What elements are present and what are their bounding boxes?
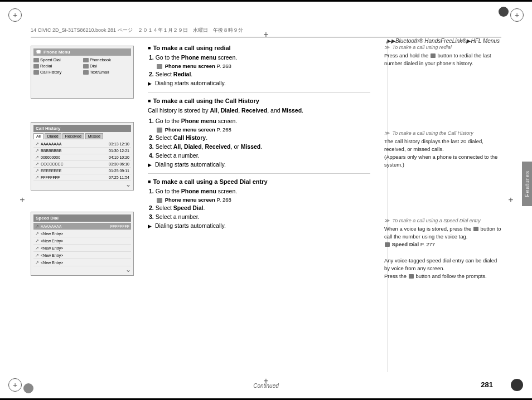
note-ch-header: To make a call using the Call History (384, 130, 501, 136)
section-call-history: To make a call using the Call History Ca… (148, 97, 370, 169)
divider-2 (148, 173, 370, 174)
text-email-icon (83, 70, 89, 75)
note-ch-body: The call history displays the last 20 di… (384, 138, 501, 169)
corner-decoration-br (509, 377, 525, 393)
compass-tr (510, 8, 524, 22)
sd-icon-3: ↗ (35, 238, 39, 243)
step-ch-2: 2. Select Call History. (149, 134, 370, 143)
note-spacer-1 (384, 76, 501, 126)
sd-icon-6: ↗ (35, 260, 39, 265)
step-redial-1: 1. Go to the Phone menu screen. (149, 53, 370, 62)
note-sd-header: To make a call using a Speed Dial entry (384, 218, 501, 223)
circle-tr2 (499, 7, 509, 17)
ch-icon-1: ↗ (35, 142, 39, 147)
features-tab-label: Features (524, 170, 530, 197)
circle-br (511, 379, 523, 391)
step-sd-1: 1. Go to the Phone menu screen. (149, 187, 370, 196)
call-history-titlebar: Call History (33, 125, 131, 132)
sd-row-6: ↗<New Entry> (33, 259, 131, 266)
section-speed-dial: To make a call using a Speed Dial entry … (148, 178, 370, 230)
corner-decoration-tl (7, 7, 23, 23)
speed-dial-icon (33, 58, 39, 62)
screen-mockups: ☎ Phone Menu Speed Dial Phonebook Redial (31, 40, 139, 372)
sd-icon-4: ↗ (35, 246, 39, 251)
sd-row-5: ↗<New Entry> (33, 252, 131, 259)
corner-decoration-tr (509, 7, 525, 23)
crosshair-right (505, 194, 516, 206)
phone-menu-title: Phone Menu (43, 50, 70, 55)
notes-column: To make a call using redial Press and ho… (379, 40, 501, 372)
step-redial-2: 2. Select Redial. (149, 70, 370, 79)
call-history-tabs: All Dialed Received Missed (33, 133, 131, 139)
note-redial-header: To make a call using redial (384, 45, 501, 50)
note-redial: To make a call using redial Press and ho… (384, 45, 501, 68)
section-ch-title: To make a call using the Call History (148, 97, 370, 104)
step-sd-1-ref: Phone menu screen P. 268 (148, 196, 370, 204)
step-sd-arrow: Dialing starts automatically. (148, 222, 370, 231)
phonebook-item: Phonebook (83, 57, 131, 62)
step-ch-arrow: Dialing starts automatically. (148, 160, 370, 169)
phone-menu-icon: ☎ (36, 50, 41, 55)
sd-icon-5: ↗ (35, 253, 39, 258)
button-icon-voice (473, 227, 478, 231)
ch-row-6: ↗FFFFFFFF 07:25 11:54 (33, 174, 131, 181)
call-history-screen: Call History All Dialed Received Missed … (31, 122, 134, 191)
phone-menu-row1: Speed Dial Phonebook (33, 57, 131, 62)
section-ch-intro: Call history is stored by All, Dialed, R… (148, 106, 370, 115)
tab-received: Received (62, 133, 84, 139)
divider-1 (148, 92, 370, 93)
main-content: ☎ Phone Menu Speed Dial Phonebook Redial (31, 40, 501, 372)
text-email-item: Text/Email (83, 70, 131, 75)
scroll-indicator-ch: ⌄ (33, 181, 131, 188)
ch-row-3: ↗000000000 04:10 10:20 (33, 154, 131, 161)
header-divider (31, 37, 501, 37)
sd-icon-2: ↗ (35, 231, 39, 236)
file-info: 14 CIVIC 2D_SI-31TS86210.book 281 ページ ２０… (31, 27, 501, 34)
continued-label: Continued (253, 383, 279, 389)
speed-dial-titlebar: Speed Dial (33, 214, 131, 222)
tab-missed: Missed (85, 133, 103, 139)
ch-icon-6: ↗ (35, 175, 39, 180)
speed-dial-item: Speed Dial (33, 57, 81, 62)
step-sd-3: 3. Select a number. (149, 213, 370, 222)
sd-row-4: ↗<New Entry> (33, 245, 131, 252)
button-icon-redial (431, 53, 436, 58)
sd-row-3: ↗<New Entry> (33, 237, 131, 245)
ch-row-5: ↗EEEEEEEE 01:25 09:11 (33, 168, 131, 174)
ch-icon-5: ↗ (35, 168, 39, 173)
section-redial-title: To make a call using redial (148, 45, 370, 51)
ch-row-1: ↗AAAAAAAA 03:13 12:10 (33, 141, 131, 148)
step-sd-2: 2. Select Speed Dial. (149, 204, 370, 213)
phonebook-icon (83, 58, 89, 62)
instructions-column: To make a call using redial 1. Go to the… (139, 40, 379, 372)
circle-bl2 (23, 383, 33, 393)
ref-icon-sd (385, 242, 390, 247)
ch-row-4: ↗CCCCCCCC 03:30 06:10 (33, 161, 131, 168)
ref-icon-1 (157, 64, 162, 69)
phone-menu-screen: ☎ Phone Menu Speed Dial Phonebook Redial (31, 46, 134, 99)
ref-icon-2 (157, 128, 162, 133)
sd-row-1: ↗AAAAAAAA FFFFFFFF (33, 223, 131, 230)
redial-icon (33, 64, 39, 69)
crosshair-left (17, 194, 28, 206)
sd-icon-1: ↗ (35, 224, 39, 229)
dial-item: Dial (83, 64, 131, 69)
redial-item: Redial (33, 64, 81, 69)
step-redial-arrow: Dialing starts automatically. (148, 79, 370, 88)
header-bar: 14 CIVIC 2D_SI-31TS86210.book 281 ページ ２０… (31, 26, 501, 35)
step-ch-1: 1. Go to the Phone menu screen. (149, 117, 370, 126)
ref-icon-3 (157, 198, 162, 203)
dial-icon (83, 64, 89, 69)
tab-all: All (33, 133, 43, 139)
phone-menu-row3: Call History Text/Email (33, 70, 131, 75)
ch-icon-4: ↗ (35, 162, 39, 167)
phone-menu-row2: Redial Dial (33, 64, 131, 69)
section-redial: To make a call using redial 1. Go to the… (148, 45, 370, 88)
scroll-indicator-sd: ⌄ (33, 266, 131, 273)
step-redial-1-ref: Phone menu screen P. 268 (148, 62, 370, 70)
speed-dial-screen: Speed Dial ↗AAAAAAAA FFFFFFFF ↗<New Entr… (31, 212, 134, 276)
ch-icon-3: ↗ (35, 155, 39, 160)
step-ch-4: 4. Select a number. (149, 152, 370, 160)
features-tab: Features (522, 162, 532, 206)
phone-menu-titlebar: ☎ Phone Menu (33, 48, 131, 56)
